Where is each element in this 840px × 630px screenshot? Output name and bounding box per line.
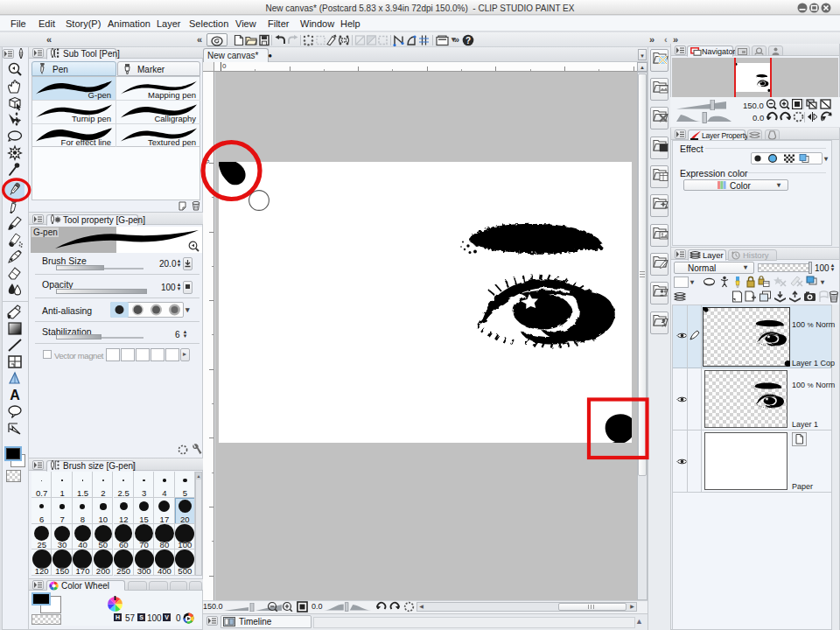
svg-text:?: ? (466, 36, 471, 46)
